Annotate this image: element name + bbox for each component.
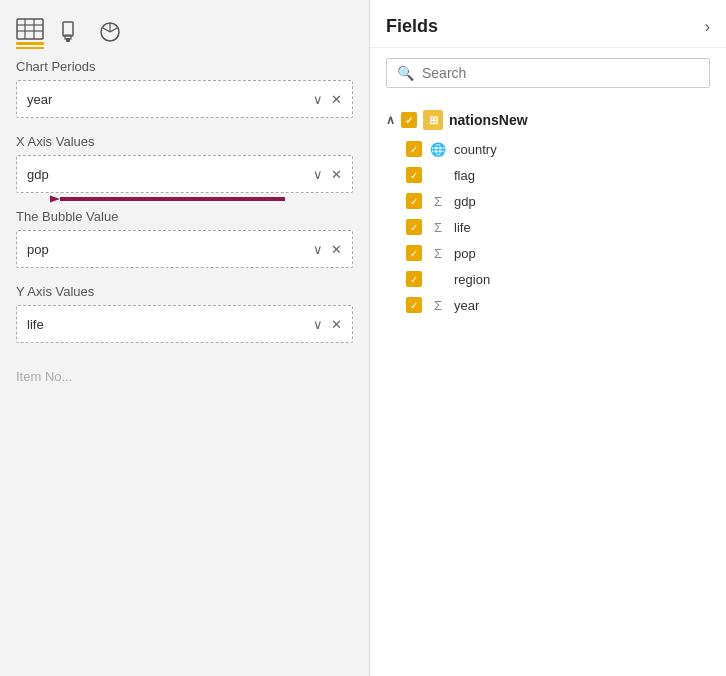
chart-periods-controls: ∨ ✕ — [313, 92, 342, 107]
table-name: nationsNew — [449, 112, 528, 128]
globe-icon: 🌐 — [430, 142, 446, 157]
table-group-header[interactable]: ∧ ✓ ⊞ nationsNew — [378, 104, 718, 136]
field-name: country — [454, 142, 497, 157]
y-axis-controls: ∨ ✕ — [313, 317, 342, 332]
close-icon[interactable]: ✕ — [331, 317, 342, 332]
field-name: gdp — [454, 194, 476, 209]
y-axis-label: Y Axis Values — [0, 274, 369, 305]
group-collapse-icon: ∧ — [386, 113, 395, 127]
search-box[interactable]: 🔍 — [386, 58, 710, 88]
sigma-icon: Σ — [430, 220, 446, 235]
svg-rect-0 — [17, 19, 43, 39]
search-icon: 🔍 — [397, 65, 414, 81]
close-icon[interactable]: ✕ — [331, 92, 342, 107]
table-layout-icon — [16, 18, 44, 40]
list-item[interactable]: ✓ region — [378, 266, 718, 292]
y-axis-value: life — [27, 317, 44, 332]
fields-expand-icon[interactable]: › — [705, 18, 710, 36]
field-name: life — [454, 220, 471, 235]
field-checkbox[interactable]: ✓ — [406, 297, 422, 313]
list-item[interactable]: ✓ flag — [378, 162, 718, 188]
right-panel: Fields › 🔍 ∧ ✓ ⊞ nationsNew ✓ 🌐 country … — [370, 0, 726, 676]
field-name: region — [454, 272, 490, 287]
svg-rect-7 — [66, 38, 70, 42]
fields-title: Fields — [386, 16, 438, 37]
toolbar — [0, 10, 369, 49]
y-axis-field[interactable]: life ∨ ✕ — [16, 305, 353, 343]
chart-periods-field[interactable]: year ∨ ✕ — [16, 80, 353, 118]
field-checkbox[interactable]: ✓ — [406, 193, 422, 209]
analytics-icon — [98, 21, 122, 43]
nations-new-group: ∧ ✓ ⊞ nationsNew ✓ 🌐 country ✓ flag ✓ Σ — [370, 104, 726, 318]
chevron-down-icon[interactable]: ∨ — [313, 317, 323, 332]
list-item[interactable]: ✓ Σ gdp — [378, 188, 718, 214]
x-axis-field[interactable]: gdp ∨ ✕ — [16, 155, 353, 193]
field-name: pop — [454, 246, 476, 261]
item-no-label: Item No... — [0, 359, 369, 390]
field-name: flag — [454, 168, 475, 183]
search-input[interactable] — [422, 65, 699, 81]
table-checkbox[interactable]: ✓ — [401, 112, 417, 128]
chevron-down-icon[interactable]: ∨ — [313, 92, 323, 107]
active-underline — [16, 42, 44, 45]
toolbar-analytics-button[interactable] — [98, 21, 122, 43]
bubble-value-field[interactable]: pop ∨ ✕ — [16, 230, 353, 268]
fields-header: Fields › — [370, 0, 726, 48]
list-item[interactable]: ✓ Σ pop — [378, 240, 718, 266]
x-axis-value: gdp — [27, 167, 49, 182]
field-checkbox[interactable]: ✓ — [406, 167, 422, 183]
field-name: year — [454, 298, 479, 313]
sigma-icon: Σ — [430, 194, 446, 209]
chart-periods-label: Chart Periods — [0, 49, 369, 80]
close-icon[interactable]: ✕ — [331, 242, 342, 257]
sigma-icon: Σ — [430, 298, 446, 313]
bubble-value-label: The Bubble Value — [0, 199, 369, 230]
table-type-icon: ⊞ — [423, 110, 443, 130]
bubble-value-value: pop — [27, 242, 49, 257]
list-item[interactable]: ✓ 🌐 country — [378, 136, 718, 162]
close-icon[interactable]: ✕ — [331, 167, 342, 182]
left-panel: Chart Periods year ∨ ✕ X Axis Values gdp… — [0, 0, 370, 676]
x-axis-label: X Axis Values — [0, 124, 369, 155]
sigma-icon: Σ — [430, 246, 446, 261]
list-item[interactable]: ✓ Σ year — [378, 292, 718, 318]
field-checkbox[interactable]: ✓ — [406, 271, 422, 287]
field-checkbox[interactable]: ✓ — [406, 219, 422, 235]
field-checkbox[interactable]: ✓ — [406, 245, 422, 261]
paint-brush-icon — [60, 21, 82, 43]
fields-list: ∧ ✓ ⊞ nationsNew ✓ 🌐 country ✓ flag ✓ Σ — [370, 98, 726, 676]
x-axis-controls: ∨ ✕ — [313, 167, 342, 182]
chart-periods-value: year — [27, 92, 52, 107]
bubble-controls: ∨ ✕ — [313, 242, 342, 257]
chevron-down-icon[interactable]: ∨ — [313, 167, 323, 182]
list-item[interactable]: ✓ Σ life — [378, 214, 718, 240]
toolbar-table-button[interactable] — [16, 18, 44, 45]
field-checkbox[interactable]: ✓ — [406, 141, 422, 157]
toolbar-paint-button[interactable] — [60, 21, 82, 43]
svg-rect-5 — [63, 22, 73, 36]
chevron-down-icon[interactable]: ∨ — [313, 242, 323, 257]
